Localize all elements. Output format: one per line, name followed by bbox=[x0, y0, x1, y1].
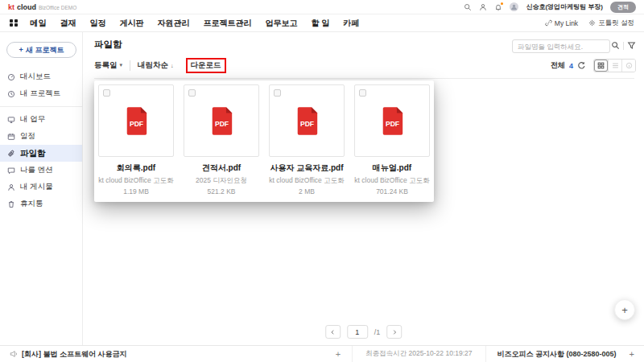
pdf-file-icon: PDF bbox=[210, 106, 233, 136]
grid-view-button[interactable] bbox=[594, 60, 608, 72]
file-size: 701.24 KB bbox=[354, 187, 430, 195]
logo-cloud: cloud bbox=[17, 3, 36, 11]
nav-item-approval[interactable]: 결재 bbox=[60, 18, 76, 29]
sidebar-item-schedule[interactable]: 일정 bbox=[0, 128, 82, 145]
file-name: 견적서.pdf bbox=[184, 162, 259, 174]
sidebar-item-label: 나를 멘션 bbox=[20, 165, 53, 175]
refresh-icon[interactable] bbox=[577, 61, 586, 70]
footer-widget-add-button[interactable]: + bbox=[324, 349, 352, 359]
pdf-badge-text: PDF bbox=[129, 119, 142, 127]
download-button[interactable]: 다운로드 bbox=[191, 60, 221, 71]
filter-icon[interactable] bbox=[627, 41, 636, 50]
file-thumbnail: PDF bbox=[354, 84, 430, 157]
file-card[interactable]: PDF 회의록.pdf kt cloud BizOffice 고도화 1.19 … bbox=[98, 84, 174, 195]
bizoffice-notice-link[interactable]: 비즈오피스 공지사항 (080-2580-005) bbox=[485, 346, 628, 362]
nav-item-resources[interactable]: 자원관리 bbox=[158, 18, 190, 29]
content-header: 파일함 등록일 ▾ 내림차순 ↓ 다운로드 bbox=[83, 32, 644, 79]
quote-button[interactable]: 견적 bbox=[610, 2, 636, 13]
footer-add-button[interactable]: + bbox=[628, 349, 634, 359]
info-view-button[interactable] bbox=[621, 60, 635, 72]
info-icon bbox=[625, 62, 633, 69]
file-search-box bbox=[512, 39, 610, 53]
dashboard-icon bbox=[7, 73, 15, 81]
portlet-settings-label: 포틀릿 설정 bbox=[598, 19, 634, 28]
sidebar-item-trash[interactable]: 휴지통 bbox=[0, 195, 82, 212]
new-project-button[interactable]: + 새 프로젝트 bbox=[6, 42, 76, 58]
sidebar-item-my-posts[interactable]: 내 게시물 bbox=[0, 179, 82, 195]
pdf-badge-text: PDF bbox=[385, 119, 398, 127]
nav-item-cafe[interactable]: 카페 bbox=[343, 18, 359, 29]
fab-add-button[interactable]: + bbox=[614, 299, 635, 320]
pdf-file-icon: PDF bbox=[125, 106, 148, 136]
portlet-settings[interactable]: 포틀릿 설정 bbox=[588, 19, 634, 28]
footer-announcement[interactable]: [회사] 불법 소프트웨어 사용금지 bbox=[10, 349, 127, 360]
next-page-button[interactable] bbox=[386, 325, 402, 339]
count-row: 전체 4 bbox=[551, 59, 636, 72]
brand-logo[interactable]: kt cloud BizOffice DEMO bbox=[8, 3, 76, 11]
chevron-right-icon bbox=[391, 329, 398, 335]
nav-item-schedule[interactable]: 일정 bbox=[90, 18, 106, 29]
file-project: kt cloud BizOffice 고도화 bbox=[354, 176, 430, 186]
gear-icon bbox=[588, 19, 596, 27]
file-name: 매뉴얼.pdf bbox=[354, 162, 430, 174]
megaphone-icon bbox=[10, 350, 18, 358]
file-card[interactable]: PDF 매뉴얼.pdf kt cloud BizOffice 고도화 701.2… bbox=[354, 84, 430, 195]
prev-page-button[interactable] bbox=[325, 325, 341, 339]
search-tools bbox=[611, 41, 636, 50]
toolbar-divider bbox=[94, 78, 634, 79]
last-access-time: 최종접속시간 2025-10-22 10:19:27 bbox=[352, 346, 485, 362]
avatar[interactable] bbox=[510, 2, 518, 11]
nav-item-todo[interactable]: 할 일 bbox=[312, 18, 330, 29]
my-link[interactable]: My Link bbox=[545, 19, 578, 27]
nav-item-project-mgmt[interactable]: 프로젝트관리 bbox=[204, 18, 252, 29]
user-directory-icon[interactable] bbox=[479, 3, 487, 11]
file-checkbox[interactable] bbox=[274, 89, 281, 97]
sidebar-item-my-projects[interactable]: 내 프로젝트 bbox=[0, 85, 82, 102]
notification-badge bbox=[501, 2, 503, 5]
list-view-button[interactable] bbox=[608, 60, 621, 72]
grid-view-icon bbox=[597, 62, 605, 69]
search-icon[interactable] bbox=[611, 41, 620, 50]
sort-order-toggle[interactable]: 내림차순 ↓ bbox=[130, 60, 181, 71]
current-page[interactable]: 1 bbox=[347, 325, 368, 339]
file-checkbox[interactable] bbox=[103, 89, 110, 97]
person-icon bbox=[7, 183, 15, 191]
view-toggle bbox=[593, 59, 636, 72]
file-size: 1.19 MB bbox=[98, 187, 174, 195]
search-icon[interactable] bbox=[464, 3, 472, 11]
file-search-input[interactable] bbox=[518, 43, 605, 51]
notifications[interactable] bbox=[494, 3, 502, 11]
file-size: 2 MB bbox=[269, 187, 345, 195]
pdf-badge-text: PDF bbox=[214, 119, 228, 127]
sidebar-item-label: 내 프로젝트 bbox=[20, 88, 60, 99]
file-checkbox[interactable] bbox=[188, 89, 196, 97]
logo-kt: kt bbox=[8, 3, 14, 11]
sidebar-item-my-tasks[interactable]: 내 업무 bbox=[0, 111, 82, 128]
sort-field-dropdown[interactable]: 등록일 ▾ bbox=[94, 60, 130, 71]
top-bar: kt cloud BizOffice DEMO 신승호(영업마케팅팀 부장) 견… bbox=[0, 0, 644, 14]
app-launcher-icon[interactable] bbox=[10, 19, 18, 27]
my-link-label: My Link bbox=[555, 19, 578, 27]
file-card[interactable]: PDF 견적서.pdf 2025 디자인요청 521.2 KB bbox=[184, 84, 259, 195]
sidebar-item-files[interactable]: 파일함 bbox=[0, 145, 82, 162]
sidebar-item-dashboard[interactable]: 대시보드 bbox=[0, 68, 82, 85]
user-name[interactable]: 신승호(영업마케팅팀 부장) bbox=[526, 2, 603, 11]
clock-icon bbox=[7, 90, 15, 98]
file-name: 사용자 교육자료.pdf bbox=[269, 162, 345, 174]
sidebar-item-mentions[interactable]: 나를 멘션 bbox=[0, 162, 82, 179]
pdf-badge-text: PDF bbox=[299, 119, 313, 127]
file-card[interactable]: PDF 사용자 교육자료.pdf kt cloud BizOffice 고도화 … bbox=[269, 84, 345, 195]
sidebar-item-label: 내 게시물 bbox=[20, 182, 53, 192]
sidebar-item-label: 대시보드 bbox=[20, 72, 51, 82]
footer-notice-text: [회사] 불법 소프트웨어 사용금지 bbox=[22, 349, 127, 360]
footer-right: + 최종접속시간 2025-10-22 10:19:27 비즈오피스 공지사항 … bbox=[324, 346, 634, 362]
nav-item-board[interactable]: 게시판 bbox=[120, 18, 144, 29]
monitor-icon bbox=[7, 116, 15, 124]
footer: [회사] 불법 소프트웨어 사용금지 + 최종접속시간 2025-10-22 1… bbox=[0, 345, 644, 362]
file-checkbox[interactable] bbox=[359, 89, 366, 97]
file-thumbnail: PDF bbox=[269, 84, 345, 157]
nav-item-mail[interactable]: 메일 bbox=[31, 18, 47, 29]
nav-item-work-report[interactable]: 업무보고 bbox=[266, 18, 298, 29]
pagination: 1 /1 bbox=[325, 325, 402, 339]
sidebar-item-label: 휴지통 bbox=[20, 199, 43, 209]
